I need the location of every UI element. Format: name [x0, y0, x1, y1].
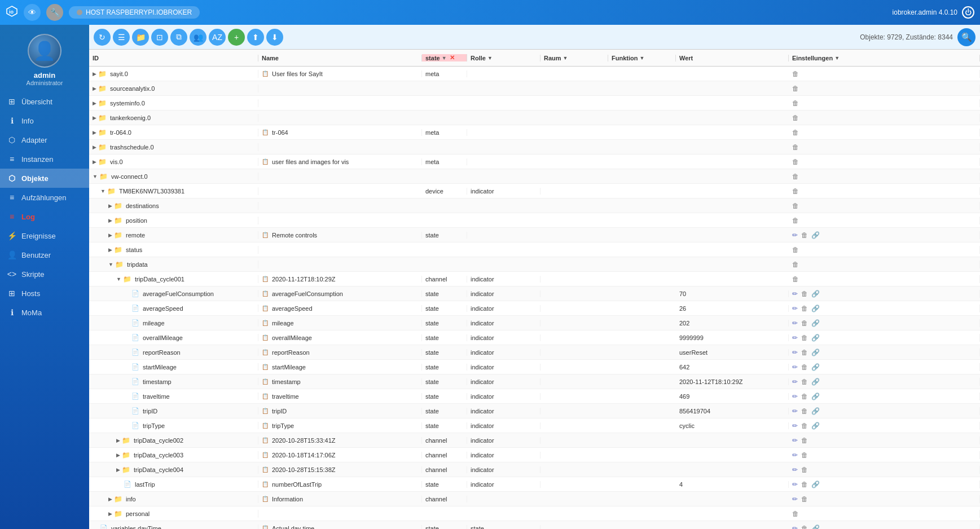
wrench-button[interactable]: 🔧 — [46, 4, 63, 21]
th-rolle[interactable]: Rolle ▼ — [467, 55, 540, 61]
table-row[interactable]: ▶📁sourceanalytix.0🗑 — [89, 81, 980, 96]
table-row[interactable]: ▶📁personal🗑 — [89, 506, 980, 521]
edit-icon[interactable]: ✏ — [792, 334, 798, 342]
delete-icon[interactable]: 🗑 — [801, 305, 808, 312]
th-state[interactable]: state ▼ ✕ — [422, 54, 467, 61]
delete-icon[interactable]: 🗑 — [792, 510, 799, 518]
az-button[interactable]: AZ — [209, 29, 226, 46]
sidebar-item-ereignisse[interactable]: ⚡ Ereignisse — [0, 226, 89, 245]
delete-icon[interactable]: 🗑 — [792, 275, 799, 283]
link-icon[interactable]: 🔗 — [811, 349, 820, 356]
expand-arrow-icon[interactable]: ▶ — [116, 438, 120, 443]
sidebar-item-aufzahlungen[interactable]: ≡ Aufzählungen — [0, 188, 89, 207]
table-row[interactable]: ▶📁tripData_cycle002📋2020-10-28T15:33:41Z… — [89, 433, 980, 448]
delete-icon[interactable]: 🗑 — [792, 143, 799, 151]
delete-icon[interactable]: 🗑 — [792, 129, 799, 136]
expand-arrow-icon[interactable]: ▶ — [108, 247, 112, 253]
table-row[interactable]: 📄reportReason📋reportReasonstateindicator… — [89, 345, 980, 360]
delete-icon[interactable]: 🗑 — [792, 158, 799, 166]
edit-icon[interactable]: ✏ — [792, 231, 798, 239]
delete-icon[interactable]: 🗑 — [801, 422, 808, 430]
edit-icon[interactable]: ✏ — [792, 290, 798, 298]
edit-icon[interactable]: ✏ — [792, 466, 798, 474]
state-filter-clear[interactable]: ✕ — [450, 54, 455, 61]
delete-icon[interactable]: 🗑 — [801, 378, 808, 386]
delete-icon[interactable]: 🗑 — [801, 451, 808, 459]
delete-icon[interactable]: 🗑 — [801, 349, 808, 356]
table-row[interactable]: ▶📁tankerkoenig.0🗑 — [89, 111, 980, 125]
th-einstellungen[interactable]: Einstellungen ▼ — [789, 55, 980, 61]
link-icon[interactable]: 🔗 — [811, 378, 820, 386]
link-icon[interactable]: 🔗 — [811, 363, 820, 371]
link-icon[interactable]: 🔗 — [811, 393, 820, 400]
sidebar-item-benutzer[interactable]: 👤 Benutzer — [0, 245, 89, 264]
delete-icon[interactable]: 🗑 — [792, 173, 799, 180]
edit-icon[interactable]: ✏ — [792, 407, 798, 415]
link-icon[interactable]: 🔗 — [811, 407, 820, 415]
edit-icon[interactable]: ✏ — [792, 319, 798, 327]
expand-arrow-icon[interactable]: ▶ — [93, 86, 96, 91]
th-funktion[interactable]: Funktion ▼ — [608, 55, 676, 61]
table-row[interactable]: 📄tripType📋tripTypestateindicatorcyclic✏🗑… — [89, 418, 980, 433]
delete-icon[interactable]: 🗑 — [801, 407, 808, 415]
refresh-button[interactable]: ↻ — [94, 29, 111, 46]
table-row[interactable]: 📄averageSpeed📋averageSpeedstateindicator… — [89, 301, 980, 316]
table-row[interactable]: ▶📁sayit.0📋User files for SayItmeta🗑 — [89, 67, 980, 81]
delete-icon[interactable]: 🗑 — [801, 437, 808, 444]
delete-icon[interactable]: 🗑 — [792, 217, 799, 224]
list-view-button[interactable]: ☰ — [113, 29, 130, 46]
delete-icon[interactable]: 🗑 — [792, 261, 799, 268]
user2-button[interactable]: 👥 — [190, 29, 206, 46]
folder-button[interactable]: 📁 — [132, 29, 149, 46]
table-row[interactable]: 📄averageFuelConsumption📋averageFuelConsu… — [89, 286, 980, 301]
table-row[interactable]: 📄mileage📋mileagestateindicator202✏🗑🔗 — [89, 316, 980, 330]
link-icon[interactable]: 🔗 — [811, 480, 820, 488]
expand-arrow-icon[interactable]: ▶ — [108, 218, 112, 223]
expand-arrow-icon[interactable]: ▶ — [93, 71, 96, 77]
sidebar-item-instanzen[interactable]: ≡ Instanzen — [0, 149, 89, 169]
edit-icon[interactable]: ✏ — [792, 480, 798, 488]
delete-icon[interactable]: 🗑 — [792, 114, 799, 122]
table-row[interactable]: ▶📁tripData_cycle004📋2020-10-28T15:15:38Z… — [89, 462, 980, 477]
sidebar-item-moma[interactable]: ℹ MoMa — [0, 303, 89, 322]
delete-icon[interactable]: 🗑 — [792, 202, 799, 210]
link-icon[interactable]: 🔗 — [811, 524, 820, 530]
expand-arrow-icon[interactable]: ▼ — [100, 188, 106, 194]
delete-icon[interactable]: 🗑 — [792, 85, 799, 92]
upload-button[interactable]: ⬆ — [247, 29, 264, 46]
expand-arrow-icon[interactable]: ▶ — [93, 115, 96, 121]
expand-arrow-icon[interactable]: ▼ — [93, 174, 98, 179]
grid-button[interactable]: ⊡ — [151, 29, 168, 46]
delete-icon[interactable]: 🗑 — [792, 246, 799, 254]
table-row[interactable]: 📄timestamp📋timestampstateindicator2020-1… — [89, 374, 980, 389]
host-label[interactable]: HOST RASPBERRYPI.IOBROKER — [69, 6, 200, 19]
table-row[interactable]: ▶📁info📋Informationchannel✏🗑 — [89, 492, 980, 506]
sidebar-item-info[interactable]: ℹ Info — [0, 111, 89, 130]
delete-icon[interactable]: 🗑 — [801, 466, 808, 474]
expand-arrow-icon[interactable]: ▶ — [108, 232, 112, 238]
link-icon[interactable]: 🔗 — [811, 231, 820, 239]
table-row[interactable]: ▼📁vw-connect.0🗑 — [89, 169, 980, 184]
edit-icon[interactable]: ✏ — [792, 349, 798, 356]
delete-icon[interactable]: 🗑 — [801, 334, 808, 342]
delete-icon[interactable]: 🗑 — [801, 231, 808, 239]
table-row[interactable]: ▼📁tripData_cycle001📋2020-11-12T18:10:29Z… — [89, 272, 980, 286]
th-name[interactable]: Name — [258, 55, 422, 61]
link-icon[interactable]: 🔗 — [811, 334, 820, 342]
edit-icon[interactable]: ✏ — [792, 305, 798, 312]
delete-icon[interactable]: 🗑 — [801, 290, 808, 298]
sidebar-item-ubersicht[interactable]: ⊞ Übersicht — [0, 92, 89, 111]
sidebar-item-hosts[interactable]: ⊞ Hosts — [0, 284, 89, 303]
table-row[interactable]: ▶📁status🗑 — [89, 243, 980, 257]
edit-icon[interactable]: ✏ — [792, 437, 798, 444]
delete-icon[interactable]: 🗑 — [801, 319, 808, 327]
link-icon[interactable]: 🔗 — [811, 319, 820, 327]
delete-icon[interactable]: 🗑 — [792, 187, 799, 195]
table-row[interactable]: ▶📁tripData_cycle003📋2020-10-18T14:17:06Z… — [89, 448, 980, 462]
delete-icon[interactable]: 🗑 — [801, 393, 808, 400]
table-row[interactable]: ▼📁TM8EK6NW7L3039381deviceindicator🗑 — [89, 184, 980, 199]
edit-icon[interactable]: ✏ — [792, 495, 798, 503]
table-row[interactable]: ▼📁tripdata🗑 — [89, 257, 980, 272]
copy-button[interactable]: ⧉ — [170, 29, 187, 46]
table-row[interactable]: ▶📁vis.0📋user files and images for vismet… — [89, 155, 980, 169]
